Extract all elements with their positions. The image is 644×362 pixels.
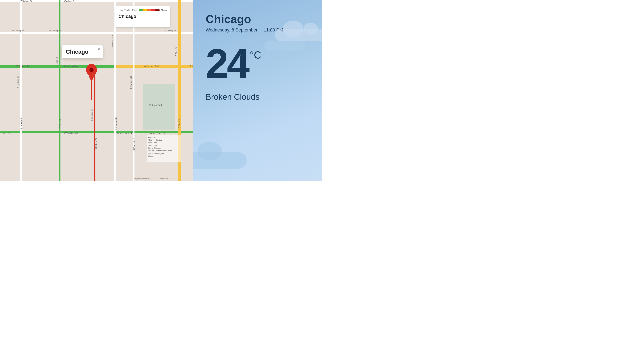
map-pin	[86, 64, 97, 100]
cloud-decoration-3	[193, 152, 247, 169]
svg-text:Pritzker Park: Pritzker Park	[150, 104, 162, 106]
svg-text:Bill Pay Machine: Bill Pay Machine	[148, 150, 162, 152]
svg-text:Map data ©2022: Map data ©2022	[160, 178, 174, 180]
svg-text:S State St: S State St	[178, 119, 180, 128]
svg-text:/ Exit: / Exit	[148, 139, 152, 141]
weather-degree-symbol: °	[250, 49, 254, 61]
legend-slow-label: Slow	[161, 9, 167, 12]
legend-header: Live Traffic Fast Slow	[118, 9, 167, 12]
svg-text:S Plymouth Ct: S Plymouth Ct	[130, 76, 132, 89]
svg-text:S Dearborn St: S Dearborn St	[112, 34, 114, 48]
svg-text:W Jackson Blvd: W Jackson Blvd	[144, 65, 158, 68]
legend-city: Chicago	[118, 14, 167, 19]
map-popup: Chicago ×	[62, 45, 103, 58]
svg-text:Harold Washington: Harold Washington	[148, 152, 164, 154]
svg-text:City of Chicago: City of Chicago	[148, 147, 160, 149]
svg-text:W Adams St: W Adams St	[20, 0, 32, 2]
traffic-legend: Live Traffic Fast Slow Chicago	[115, 6, 170, 27]
traffic-seg-green	[139, 9, 143, 11]
svg-rect-13	[143, 84, 175, 130]
svg-rect-7	[20, 0, 22, 181]
traffic-seg-red	[151, 9, 156, 11]
cloud-decoration-2	[264, 41, 306, 52]
svg-text:Book Drop: Book Drop	[148, 142, 157, 144]
weather-condition: Broken Clouds	[206, 92, 312, 102]
svg-text:n Buren St: n Buren St	[0, 132, 10, 134]
cloud-decoration-1	[275, 29, 322, 41]
svg-text:S Dearborn St: S Dearborn St	[115, 117, 117, 130]
svg-text:S Clark St: S Clark St	[59, 119, 62, 128]
svg-text:S Federal St: S Federal St	[91, 110, 93, 121]
traffic-seg-orange	[147, 9, 151, 11]
svg-text:S Plymouth Ct: S Plymouth Ct	[133, 138, 135, 150]
traffic-bar	[139, 9, 160, 11]
svg-text:E: E	[190, 130, 191, 132]
traffic-seg-darkred	[156, 9, 160, 11]
svg-text:E J: E J	[190, 65, 192, 68]
svg-text:W Van Buren St: W Van Buren St	[150, 132, 165, 134]
svg-text:Computers: Computers	[148, 144, 157, 146]
svg-text:W Quincy St: W Quincy St	[49, 30, 61, 32]
svg-text:W Quincy St: W Quincy St	[164, 30, 176, 32]
svg-text:W Adams St: W Adams St	[64, 0, 75, 2]
pin-inner	[90, 68, 94, 72]
weather-date: Wednesday, 8 September	[206, 27, 258, 33]
traffic-seg-yellow	[143, 9, 147, 11]
svg-rect-2	[0, 32, 193, 34]
legend-fast-label: Live Traffic Fast	[118, 9, 137, 12]
svg-text:W Van Buren St: W Van Buren St	[64, 132, 78, 134]
svg-text:S La Salle St: S La Salle St	[17, 76, 20, 88]
popup-close-button[interactable]: ×	[98, 47, 100, 51]
weather-scale: C	[254, 49, 261, 61]
weather-temperature: 24	[206, 43, 248, 84]
svg-text:Fiction: Fiction	[156, 139, 162, 141]
svg-text:Non-Fiction: Non-Fiction	[162, 150, 172, 152]
svg-rect-8	[59, 0, 60, 181]
svg-text:Library: Library	[148, 155, 154, 157]
map-section: Pritzker Park W Adams St W Adams St W Qu…	[0, 0, 193, 181]
svg-text:Entrance: Entrance	[148, 136, 156, 139]
weather-section: Chicago Wednesday, 8 September 11:00 PM …	[193, 0, 322, 181]
svg-text:W Jackson Blvd: W Jackson Blvd	[16, 65, 31, 68]
svg-text:S La Salle St: S La Salle St	[20, 118, 22, 129]
pin-body	[86, 64, 97, 76]
svg-text:W Quincy St: W Quincy St	[12, 30, 24, 32]
svg-text:S Federal St: S Federal St	[95, 138, 98, 150]
svg-text:W Jackson Blvd: W Jackson Blvd	[64, 65, 78, 68]
svg-text:S State St: S State St	[175, 47, 178, 56]
svg-text:S Clark St: S Clark St	[56, 57, 58, 66]
svg-text:W Van Buren St: W Van Buren St	[117, 132, 132, 134]
popup-title: Chicago	[66, 48, 94, 55]
weather-unit: °C	[250, 49, 261, 61]
svg-text:Keyboard shortcuts: Keyboard shortcuts	[134, 178, 150, 180]
